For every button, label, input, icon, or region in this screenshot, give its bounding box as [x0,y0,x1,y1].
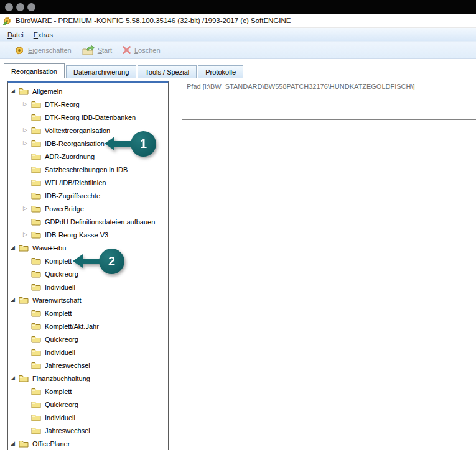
maximize-button[interactable] [27,3,35,11]
tree-expander-icon[interactable] [22,101,31,107]
tree-item[interactable]: Komplett/Akt.Jahr [8,319,168,333]
tree-item[interactable]: Satzbeschreibungen in IDB [8,163,168,176]
tree-expander-icon[interactable] [10,245,19,250]
menu-item[interactable]: Datei [2,29,29,40]
folder-icon [31,270,41,278]
tree-item[interactable]: Warenwirtschaft [8,293,168,306]
log-line [185,211,476,219]
folder-icon [31,348,41,356]
annotation-number-badge: 2 [99,249,124,274]
tree-item[interactable]: IDB-Zugriffsrechte [8,189,168,202]
folder-icon [31,231,41,239]
log-panel[interactable] [182,119,476,450]
tree-item[interactable]: Individuell [8,280,168,293]
minimize-button[interactable] [16,3,24,11]
tree-item[interactable]: Jahreswechsel [8,424,168,437]
reorganisation-tree-panel: Allgemein DTK-Reorg [7,81,169,450]
tab[interactable]: Tools / Spezial [138,65,197,78]
delete-x-icon [122,45,131,55]
menu-item[interactable]: Extras [29,29,58,40]
tree-item-label: Jahreswechsel [45,427,90,434]
tree-item-label: IDB-Reorganisation [45,140,105,147]
tree-expander-icon[interactable] [22,127,31,133]
tree-item-label: Quickreorg [45,401,78,408]
log-line [185,348,476,356]
tree-item-label: Satzbeschreibungen in IDB [45,166,128,173]
tree-item[interactable]: WFL/IDB/Richtlinien [8,176,168,189]
tree-item[interactable]: IDB-Reorg Kasse V3 [8,228,168,241]
log-line [185,219,476,227]
application-window: BüroWARE - PREMIUM -KONFIG 5.58.100.3514… [0,0,476,450]
tree-item[interactable]: Quickreorg [8,333,168,346]
toolbar: Eigenschaften Start Löschen [0,42,476,59]
folder-icon [31,126,41,134]
tree-item[interactable]: OfficePlaner [8,437,168,450]
tree-item-label: Finanzbuchhaltung [32,375,90,382]
annotation-number-badge: 1 [131,131,156,157]
tree-item[interactable]: DTK-Reorg IDB-Datenbanken [8,111,168,124]
folder-icon [19,87,29,95]
tree-item[interactable]: PowerBridge [8,202,168,215]
tree-item[interactable]: DTK-Reorg [8,98,168,111]
folder-icon [31,100,41,108]
log-line [185,138,476,146]
log-line [185,154,476,162]
tab[interactable]: Datenarchivierung [66,65,136,78]
tree-item[interactable]: Finanzbuchhaltung [8,372,168,385]
menu-item-label: xtras [38,31,53,39]
log-line [185,405,476,413]
log-line [185,429,476,437]
annotation-callout-2: 2 [73,247,124,275]
tree-expander-icon[interactable] [10,441,19,446]
tree-item-label: PowerBridge [45,205,84,213]
tree-expander-icon[interactable] [22,140,31,146]
menu-bar: DateiExtras [0,28,476,42]
tree-item[interactable]: Individuell [8,346,168,359]
tab[interactable]: Reorganisation [4,63,65,78]
log-line [185,243,476,251]
tree-item-label: Jahreswechsel [45,362,90,369]
folder-icon [31,152,41,160]
folder-icon [31,165,41,173]
tab[interactable]: Protokolle [198,65,243,78]
tree-expander-icon[interactable] [22,206,31,211]
log-line [185,397,476,405]
properties-button-label: Eigenschaften [28,47,72,54]
tree-item-label: DTK-Reorg [45,101,80,108]
menu-item-mnemonic: D [7,31,12,39]
tree-expander-icon[interactable] [10,375,19,381]
log-line [185,388,476,397]
folder-icon [31,113,41,121]
menu-item-label: atei [12,31,24,39]
tree-item[interactable]: Individuell [8,411,168,424]
tree-item-label: Individuell [45,349,75,356]
tree-item-label: IDB-Reorg Kasse V3 [45,231,108,239]
close-button[interactable] [5,3,13,11]
delete-button[interactable]: Löschen [122,45,161,55]
tree-item[interactable]: GDPdU Definitionsdateien aufbauen [8,215,168,228]
tree-item[interactable]: Komplett [8,385,168,398]
tree-item[interactable]: Quickreorg [8,398,168,411]
folder-icon [31,191,41,200]
tree-item[interactable]: Komplett [8,306,168,319]
log-line [185,340,476,348]
tree-item-label: GDPdU Definitionsdateien aufbauen [45,218,155,226]
annotation-callout-1: 1 [105,130,156,157]
tree-item-label: Komplett [45,310,72,317]
folder-icon [31,387,41,395]
log-line [185,178,476,186]
folder-icon [31,322,41,330]
tree-expander-icon[interactable] [10,297,19,303]
start-button[interactable]: Start [82,45,112,55]
folder-icon [19,439,29,448]
properties-button[interactable]: Eigenschaften [14,45,72,56]
tree-item[interactable]: Allgemein [8,85,168,98]
tree-item-label: WFL/IDB/Richtlinien [45,179,106,186]
tree-expander-icon[interactable] [22,232,31,237]
tree-item-label: Allgemein [32,88,62,95]
tree-item[interactable]: Jahreswechsel [8,359,168,372]
app-title-bar: BüroWARE - PREMIUM -KONFIG 5.58.100.3514… [0,14,476,28]
tree-expander-icon[interactable] [10,88,19,94]
folder-icon [31,361,41,369]
folder-icon [31,257,41,265]
